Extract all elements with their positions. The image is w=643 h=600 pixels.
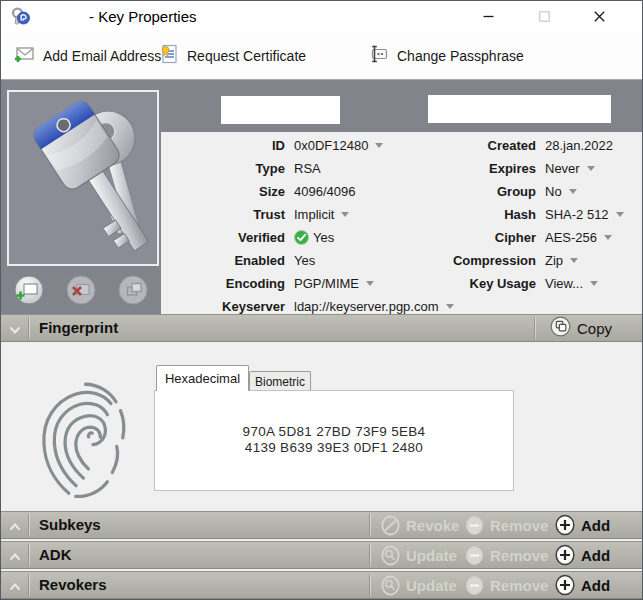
add-revoker-button[interactable]: Add [554, 572, 610, 598]
divider [28, 544, 29, 566]
fingerprint-hex-panel: 970A 5D81 27BD 73F9 5EB4 4139 B639 39E3 … [154, 390, 514, 491]
copy-fingerprint-button[interactable]: Copy [550, 315, 612, 341]
key-usage-value[interactable]: View... [545, 276, 598, 291]
divider [28, 574, 29, 596]
created-label: Created [391, 138, 536, 153]
remove-adk-button: Remove [464, 542, 548, 568]
titlebar[interactable]: - Key Properties [1, 1, 642, 32]
adk-section-header: ADK Update Remove Add [1, 541, 643, 569]
property-row-key-usage: Key Usage View... [391, 272, 624, 295]
cipher-value[interactable]: AES-256 [545, 230, 612, 245]
property-row-group: Group No [391, 180, 624, 203]
divider [28, 317, 29, 339]
fingerprint-hex-line-2: 4139 B639 39E3 0DF1 2480 [155, 440, 513, 456]
property-row-created: Created 28.jan.2022 [391, 134, 624, 157]
trust-value[interactable]: Implicit [294, 207, 349, 222]
add-email-address-button[interactable]: Add Email Address [13, 32, 161, 79]
keyserver-value[interactable]: ldap://keyserver.pgp.com [294, 299, 454, 314]
adk-title: ADK [39, 542, 72, 568]
remove-icon [464, 575, 485, 596]
property-row-cipher: Cipher AES-256 [391, 226, 624, 249]
update-revoker-button: Update [380, 572, 457, 598]
copy-photo-button [118, 275, 148, 305]
divider [534, 317, 535, 339]
property-row-compression: Compression Zip [391, 249, 624, 272]
hash-value[interactable]: SHA-2 512 [545, 207, 624, 222]
expires-value[interactable]: Never [545, 161, 595, 176]
add-subkey-button[interactable]: Add [554, 512, 610, 538]
fingerprint-hex-line-1: 970A 5D81 27BD 73F9 5EB4 [155, 424, 513, 440]
dropdown-arrow-icon[interactable] [590, 281, 598, 286]
type-value: RSA [294, 161, 321, 176]
fingerprint-section-header: Fingerprint Copy [1, 314, 643, 342]
update-icon [380, 545, 401, 566]
tab-biometric-label: Biometric [255, 375, 305, 389]
dropdown-arrow-icon[interactable] [570, 258, 578, 263]
created-value: 28.jan.2022 [545, 138, 613, 153]
id-value[interactable]: 0x0DF12480 [294, 138, 383, 153]
dropdown-arrow-icon[interactable] [616, 212, 624, 217]
dropdown-arrow-icon[interactable] [446, 304, 454, 309]
collapse-chevron-down-icon[interactable] [8, 322, 22, 334]
compression-value[interactable]: Zip [545, 253, 578, 268]
hash-label: Hash [391, 207, 536, 222]
tab-hexadecimal[interactable]: Hexadecimal [156, 365, 249, 391]
keyserver-label: Keyserver [161, 299, 285, 314]
remove-icon [464, 545, 485, 566]
copy-icon [550, 316, 571, 340]
change-passphrase-label: Change Passphrase [397, 48, 524, 64]
dropdown-arrow-icon[interactable] [604, 235, 612, 240]
change-passphrase-button[interactable]: Change Passphrase [367, 32, 524, 79]
encoding-value[interactable]: PGP/MIME [294, 276, 374, 291]
add-adk-button[interactable]: Add [554, 542, 610, 568]
group-label: Group [391, 184, 536, 199]
dropdown-arrow-icon[interactable] [341, 212, 349, 217]
compression-label: Compression [391, 253, 536, 268]
cipher-label: Cipher [391, 230, 536, 245]
trust-label: Trust [161, 207, 285, 222]
subkeys-section-header: Subkeys Revoke Remove Add [1, 511, 643, 539]
add-icon [554, 574, 576, 596]
copy-label: Copy [577, 320, 612, 337]
properties-right-column: Created 28.jan.2022 Expires Never Group … [391, 134, 624, 295]
add-icon [554, 514, 576, 536]
type-label: Type [161, 161, 285, 176]
revoke-icon [380, 515, 401, 536]
tab-biometric[interactable]: Biometric [249, 371, 311, 391]
divider [369, 544, 370, 566]
property-row-expires: Expires Never [391, 157, 624, 180]
revokers-title: Revokers [39, 572, 107, 598]
key-name-redacted [221, 96, 340, 124]
dropdown-arrow-icon[interactable] [375, 143, 383, 148]
update-icon [380, 575, 401, 596]
collapse-chevron-up-icon[interactable] [8, 579, 22, 591]
dropdown-arrow-icon[interactable] [366, 281, 374, 286]
remove-revoker-button: Remove [464, 572, 548, 598]
revoke-subkey-button: Revoke [380, 512, 459, 538]
group-value[interactable]: No [545, 184, 577, 199]
add-photo-button[interactable] [14, 275, 44, 305]
collapse-chevron-up-icon[interactable] [8, 549, 22, 561]
fingerprint-image [27, 373, 135, 499]
add-email-label: Add Email Address [43, 48, 161, 64]
id-label: ID [161, 138, 285, 153]
collapse-chevron-up-icon[interactable] [8, 519, 22, 531]
close-button[interactable] [578, 1, 620, 32]
request-certificate-button[interactable]: Request Certificate [158, 32, 306, 79]
add-email-icon [13, 43, 36, 68]
update-adk-button: Update [380, 542, 457, 568]
subkeys-title: Subkeys [39, 512, 101, 538]
dropdown-arrow-icon[interactable] [587, 166, 595, 171]
divider [369, 514, 370, 536]
size-value: 4096/4096 [294, 184, 355, 199]
key-usage-label: Key Usage [391, 276, 536, 291]
add-icon [554, 544, 576, 566]
revokers-section-header: Revokers Update Remove Add [1, 571, 643, 599]
divider [28, 514, 29, 536]
key-photo [7, 90, 159, 266]
minimize-button[interactable] [467, 1, 509, 32]
maximize-button [523, 1, 565, 32]
tab-hexadecimal-label: Hexadecimal [165, 371, 240, 386]
window-title: - Key Properties [89, 1, 197, 32]
dropdown-arrow-icon[interactable] [569, 189, 577, 194]
